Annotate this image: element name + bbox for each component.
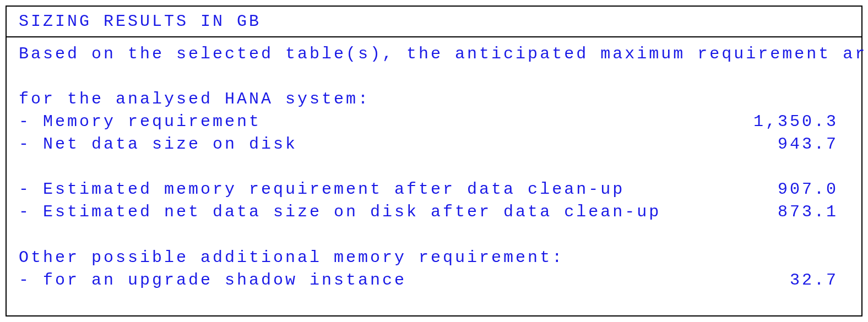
label-memory-requirement: - Memory requirement: [19, 111, 261, 133]
label-net-data-disk: - Net data size on disk: [19, 133, 297, 156]
section-heading-additional: Other possible additional memory require…: [19, 247, 849, 269]
sizing-report-box: SIZING RESULTS IN GB Based on the select…: [6, 6, 862, 316]
value-memory-requirement: 1,350.3: [753, 111, 849, 133]
value-est-disk-cleanup: 873.1: [778, 201, 849, 223]
row-net-data-disk: - Net data size on disk 943.7: [19, 133, 849, 156]
report-header: SIZING RESULTS IN GB: [7, 7, 861, 37]
report-body: Based on the selected table(s), the anti…: [7, 37, 861, 297]
blank-line: [19, 156, 849, 178]
section-heading-analysed-system: for the analysed HANA system:: [19, 88, 849, 111]
row-shadow-instance: - for an upgrade shadow instance 32.7: [19, 269, 849, 292]
value-shadow-instance: 32.7: [790, 269, 849, 292]
blank-line: [19, 224, 849, 247]
row-memory-requirement: - Memory requirement 1,350.3: [19, 111, 849, 133]
row-est-memory-cleanup: - Estimated memory requirement after dat…: [19, 178, 849, 201]
blank-line: [19, 66, 849, 88]
value-est-memory-cleanup: 907.0: [778, 178, 849, 201]
label-est-memory-cleanup: - Estimated memory requirement after dat…: [19, 178, 625, 201]
report-title: SIZING RESULTS IN GB: [19, 12, 849, 31]
label-shadow-instance: - for an upgrade shadow instance: [19, 269, 406, 292]
row-est-disk-cleanup: - Estimated net data size on disk after …: [19, 201, 849, 223]
label-est-disk-cleanup: - Estimated net data size on disk after …: [19, 201, 661, 223]
value-net-data-disk: 943.7: [778, 133, 849, 156]
intro-text: Based on the selected table(s), the anti…: [19, 43, 849, 66]
